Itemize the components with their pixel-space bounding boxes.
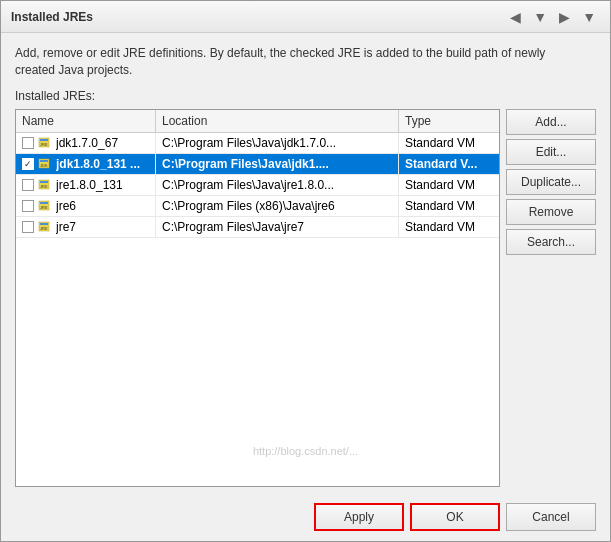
svg-text:JDK: JDK <box>40 163 48 168</box>
table-header: Name Location Type <box>16 110 499 133</box>
duplicate-button[interactable]: Duplicate... <box>506 169 596 195</box>
row-name-text: jre7 <box>56 220 76 234</box>
row-checkbox-jre7[interactable] <box>22 221 34 233</box>
jre-icon: JRE <box>38 199 52 213</box>
jre-icon: JRE <box>38 220 52 234</box>
table-row[interactable]: JRE jre7 C:\Program Files\Java\jre7 Stan… <box>16 217 499 238</box>
side-buttons: Add... Edit... Duplicate... Remove Searc… <box>506 109 596 487</box>
svg-text:JRE: JRE <box>40 142 48 147</box>
jre-icon: JRE <box>38 178 52 192</box>
row-name-text: jre6 <box>56 199 76 213</box>
title-bar: Installed JREs ◀ ▼ ▶ ▼ <box>1 1 610 33</box>
svg-text:JRE: JRE <box>40 226 48 231</box>
jre-icon: JDK <box>38 157 52 171</box>
dropdown-button[interactable]: ▼ <box>529 7 551 27</box>
svg-rect-7 <box>40 181 48 183</box>
row-type-jre7: Standard VM <box>399 217 499 237</box>
row-location-jre6: C:\Program Files (x86)\Java\jre6 <box>156 196 399 216</box>
forward-button[interactable]: ▶ <box>555 7 574 27</box>
row-type-jdk170: Standard VM <box>399 133 499 153</box>
row-type-jre180: Standard VM <box>399 175 499 195</box>
apply-button[interactable]: Apply <box>314 503 404 531</box>
svg-rect-4 <box>40 160 48 162</box>
table-row[interactable]: JRE jre1.8.0_131 C:\Program Files\Java\j… <box>16 175 499 196</box>
row-name-jdk170: JRE jdk1.7.0_67 <box>16 133 156 153</box>
row-checkbox-jdk180[interactable] <box>22 158 34 170</box>
svg-rect-1 <box>40 139 48 141</box>
col-type: Type <box>399 110 499 132</box>
nav-buttons: ◀ ▼ ▶ ▼ <box>506 7 600 27</box>
table-row[interactable]: JRE jre6 C:\Program Files (x86)\Java\jre… <box>16 196 499 217</box>
svg-text:JRE: JRE <box>40 184 48 189</box>
jre-icon: JRE <box>38 136 52 150</box>
table-row[interactable]: JDK jdk1.8.0_131 ... C:\Program Files\Ja… <box>16 154 499 175</box>
back-button[interactable]: ◀ <box>506 7 525 27</box>
row-type-jre6: Standard VM <box>399 196 499 216</box>
search-button[interactable]: Search... <box>506 229 596 255</box>
row-checkbox-jre6[interactable] <box>22 200 34 212</box>
bottom-bar: Apply OK Cancel <box>1 495 610 541</box>
row-checkbox-jre180[interactable] <box>22 179 34 191</box>
dropdown2-button[interactable]: ▼ <box>578 7 600 27</box>
ok-button[interactable]: OK <box>410 503 500 531</box>
row-type-jdk180: Standard V... <box>399 154 499 174</box>
section-label: Installed JREs: <box>15 89 596 103</box>
window-title: Installed JREs <box>11 10 93 24</box>
main-area: Name Location Type JRE jdk1.7.0_67 <box>15 109 596 487</box>
row-name-text: jre1.8.0_131 <box>56 178 123 192</box>
svg-rect-13 <box>40 223 48 225</box>
col-location: Location <box>156 110 399 132</box>
description-text: Add, remove or edit JRE definitions. By … <box>15 45 596 79</box>
main-content: Add, remove or edit JRE definitions. By … <box>1 33 610 495</box>
row-name-jre7: JRE jre7 <box>16 217 156 237</box>
row-location-jdk180: C:\Program Files\Java\jdk1.... <box>156 154 399 174</box>
table-body: JRE jdk1.7.0_67 C:\Program Files\Java\jd… <box>16 133 499 238</box>
svg-text:JRE: JRE <box>40 205 48 210</box>
row-location-jre180: C:\Program Files\Java\jre1.8.0... <box>156 175 399 195</box>
cancel-button[interactable]: Cancel <box>506 503 596 531</box>
row-location-jre7: C:\Program Files\Java\jre7 <box>156 217 399 237</box>
installed-jres-window: Installed JREs ◀ ▼ ▶ ▼ Add, remove or ed… <box>0 0 611 542</box>
remove-button[interactable]: Remove <box>506 199 596 225</box>
table-row[interactable]: JRE jdk1.7.0_67 C:\Program Files\Java\jd… <box>16 133 499 154</box>
row-name-jdk180: JDK jdk1.8.0_131 ... <box>16 154 156 174</box>
row-location-jdk170: C:\Program Files\Java\jdk1.7.0... <box>156 133 399 153</box>
jre-table[interactable]: Name Location Type JRE jdk1.7.0_67 <box>15 109 500 487</box>
svg-rect-10 <box>40 202 48 204</box>
row-name-text: jdk1.8.0_131 ... <box>56 157 140 171</box>
row-name-text: jdk1.7.0_67 <box>56 136 118 150</box>
row-checkbox-jdk170[interactable] <box>22 137 34 149</box>
add-button[interactable]: Add... <box>506 109 596 135</box>
col-name: Name <box>16 110 156 132</box>
row-name-jre6: JRE jre6 <box>16 196 156 216</box>
row-name-jre180: JRE jre1.8.0_131 <box>16 175 156 195</box>
edit-button[interactable]: Edit... <box>506 139 596 165</box>
